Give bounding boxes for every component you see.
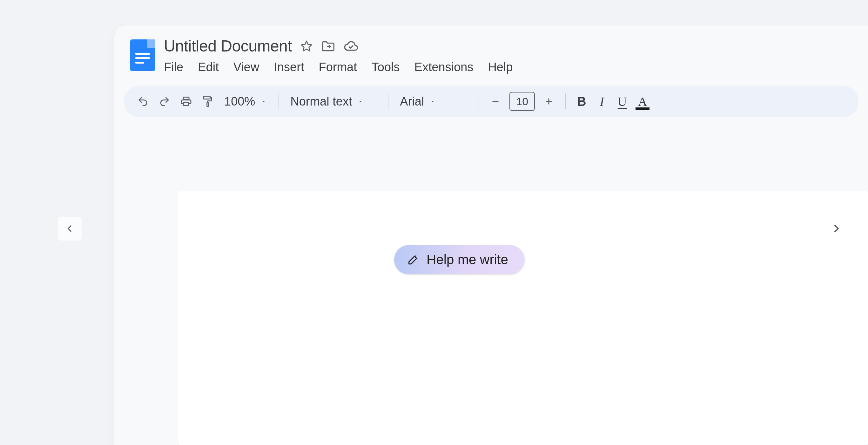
chevron-left-icon <box>64 223 75 234</box>
menubar: File Edit View Insert Format Tools Exten… <box>164 60 852 74</box>
italic-button[interactable]: I <box>593 92 611 111</box>
text-color-button[interactable]: A <box>633 92 651 111</box>
svg-rect-1 <box>183 97 189 100</box>
bold-button[interactable]: B <box>572 92 590 111</box>
app-window: Untitled Document File <box>114 25 868 445</box>
font-size-input[interactable]: 10 <box>509 92 535 111</box>
canvas-area: Help me write <box>178 191 868 445</box>
paint-roller-icon <box>202 95 213 108</box>
print-icon <box>180 96 192 107</box>
menu-format[interactable]: Format <box>318 60 356 74</box>
magic-pencil-icon <box>407 253 420 266</box>
help-me-write-label: Help me write <box>427 252 508 267</box>
zoom-select[interactable]: 100% <box>220 95 272 109</box>
caret-down-icon <box>357 98 364 105</box>
zoom-label: 100% <box>224 95 255 109</box>
font-family-select[interactable]: Arial <box>395 95 472 109</box>
paragraph-style-select[interactable]: Normal text <box>286 95 381 109</box>
google-docs-logo[interactable] <box>130 39 155 71</box>
outline-expand-button[interactable] <box>824 216 849 241</box>
menu-insert[interactable]: Insert <box>274 60 304 74</box>
document-page[interactable]: Help me write <box>178 191 868 445</box>
svg-rect-3 <box>204 96 210 99</box>
font-family-label: Arial <box>400 95 424 109</box>
toolbar: 100% Normal text Arial <box>124 86 859 117</box>
menu-help[interactable]: Help <box>488 60 513 74</box>
menu-view[interactable]: View <box>234 60 259 74</box>
menu-extensions[interactable]: Extensions <box>414 60 473 74</box>
redo-button[interactable] <box>155 92 174 111</box>
paragraph-style-label: Normal text <box>290 95 352 109</box>
stage: Untitled Document File <box>0 0 868 445</box>
undo-icon <box>137 96 149 107</box>
minus-icon <box>491 97 500 106</box>
header: Untitled Document File <box>114 35 868 74</box>
menu-edit[interactable]: Edit <box>198 60 218 74</box>
plus-icon <box>545 97 553 106</box>
svg-marker-0 <box>301 41 312 51</box>
font-size-group: 10 <box>486 92 558 111</box>
font-size-decrease-button[interactable] <box>486 92 505 111</box>
redo-icon <box>159 96 170 107</box>
menu-file[interactable]: File <box>164 60 183 74</box>
toolbar-separator <box>478 93 479 109</box>
move-to-folder-icon[interactable] <box>321 40 335 53</box>
caret-down-icon <box>260 98 267 105</box>
toolbar-separator <box>279 93 279 109</box>
chevron-right-icon <box>830 222 843 235</box>
toolbar-separator <box>388 93 389 109</box>
toolbar-separator <box>565 93 566 109</box>
star-icon[interactable] <box>300 40 313 53</box>
paint-format-button[interactable] <box>198 92 217 111</box>
svg-rect-2 <box>184 102 189 106</box>
undo-button[interactable] <box>133 92 152 111</box>
cloud-saved-icon[interactable] <box>343 40 359 53</box>
svg-rect-4 <box>207 102 209 107</box>
print-button[interactable] <box>177 92 196 111</box>
outline-collapse-button[interactable] <box>57 216 82 241</box>
help-me-write-button[interactable]: Help me write <box>394 245 525 274</box>
caret-down-icon <box>429 98 436 105</box>
document-title[interactable]: Untitled Document <box>164 37 292 55</box>
font-size-increase-button[interactable] <box>539 92 558 111</box>
underline-button[interactable]: U <box>613 92 631 111</box>
menu-tools[interactable]: Tools <box>372 60 400 74</box>
